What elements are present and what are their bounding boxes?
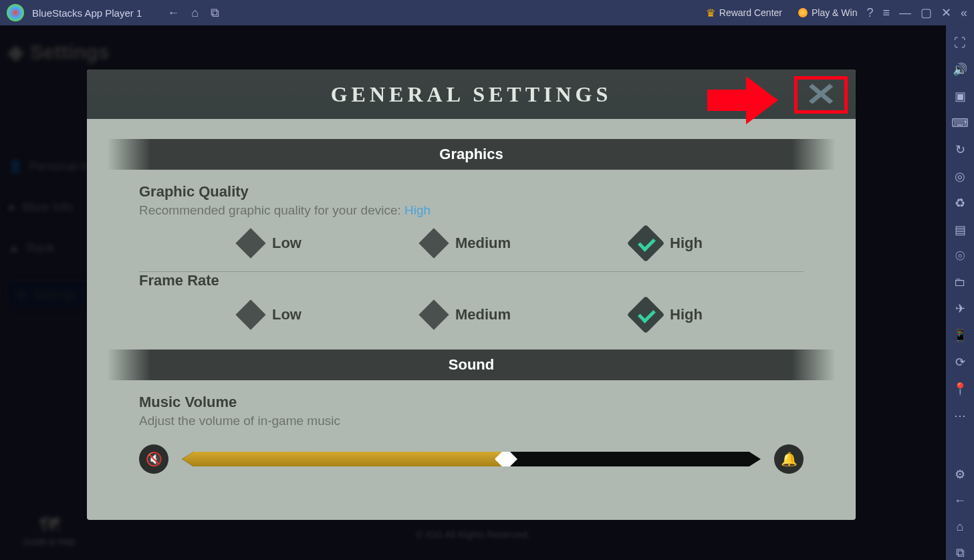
window-title: BlueStacks App Player 1	[32, 7, 142, 19]
radio-unchecked-icon	[235, 299, 265, 329]
frame-rate-label: Frame Rate	[139, 272, 836, 289]
airplane-icon[interactable]: ✈	[955, 301, 965, 316]
modal-title: GENERAL SETTINGS	[331, 82, 612, 107]
graphics-section-banner: Graphics	[107, 139, 836, 170]
radio-unchecked-icon	[418, 299, 449, 329]
location-icon[interactable]: 📍	[953, 382, 967, 396]
collapse-sidebar-icon[interactable]: «	[961, 6, 967, 20]
folder-icon[interactable]: 🗀	[954, 275, 966, 289]
main-viewport: ◆ Settings 👤Personal info ●More Info ▲Ra…	[0, 25, 946, 560]
screenshot-icon[interactable]: ⦾	[955, 249, 965, 263]
home-side-icon[interactable]: ⌂	[957, 520, 964, 534]
sound-section-banner: Sound	[107, 349, 836, 380]
recent-side-icon[interactable]: ⧉	[956, 546, 965, 560]
bg-copyright: © IGG All Rights Reserved.	[416, 529, 530, 540]
sync-icon[interactable]: ↻	[955, 142, 965, 157]
framerate-option-medium[interactable]: Medium	[423, 301, 511, 328]
recent-apps-icon[interactable]: ⧉	[211, 6, 219, 20]
music-volume-label: Music Volume	[139, 394, 836, 411]
music-volume-subtext: Adjust the volume of in-game music	[139, 414, 836, 428]
titlebar: BlueStacks App Player 1 ← ⌂ ⧉ ♛ Reward C…	[0, 0, 974, 25]
maximize-icon[interactable]: ▢	[921, 5, 932, 20]
hamburger-icon[interactable]: ≡	[882, 6, 890, 20]
radio-unchecked-icon	[235, 228, 265, 258]
keyboard-icon[interactable]: ⌨	[951, 116, 969, 130]
bg-page-title: ◆ Settings	[8, 40, 109, 63]
rotate-icon[interactable]: ⟳	[955, 355, 965, 370]
play-win-button[interactable]: Play & Win	[798, 7, 857, 18]
bluestacks-logo-icon	[7, 4, 24, 21]
apk-icon[interactable]: ▤	[955, 223, 966, 237]
home-icon[interactable]: ⌂	[191, 6, 199, 20]
radio-unchecked-icon	[418, 228, 449, 258]
quality-option-high[interactable]: High	[632, 230, 703, 257]
reward-center-button[interactable]: ♛ Reward Center	[706, 7, 789, 19]
close-modal-button[interactable]: ✕	[805, 79, 837, 111]
quality-option-medium[interactable]: Medium	[423, 230, 511, 257]
right-sidebar: ⛶ 🔊 ▣ ⌨ ↻ ◎ ♻ ▤ ⦾ 🗀 ✈ 📱 ⟳ 📍 ⋯ ⚙ ← ⌂ ⧉	[946, 25, 974, 560]
crown-icon: ♛	[706, 7, 715, 19]
volume-icon[interactable]: 🔊	[953, 62, 967, 77]
general-settings-modal: GENERAL SETTINGS ✕ Graphics Graphic Qual…	[87, 69, 856, 520]
quality-option-low[interactable]: Low	[240, 230, 301, 257]
radio-checked-icon	[627, 225, 665, 263]
eco-icon[interactable]: ♻	[955, 196, 965, 211]
modal-header: GENERAL SETTINGS ✕	[87, 69, 856, 119]
graphic-quality-subtext: Recommended graphic quality for your dev…	[139, 203, 836, 218]
help-icon[interactable]: ?	[866, 6, 873, 20]
back-side-icon[interactable]: ←	[954, 494, 966, 508]
settings-gear-icon[interactable]: ⚙	[955, 467, 965, 482]
more-icon[interactable]: ⋯	[954, 408, 966, 423]
playwin-icon	[798, 8, 808, 17]
bg-side-menu: 👤Personal info ●More Info ▲Rank ⚙Setting…	[8, 159, 100, 307]
play-side-icon[interactable]: ▣	[955, 89, 966, 104]
slider-thumb[interactable]	[495, 448, 517, 470]
annotation-arrow-icon	[707, 78, 781, 120]
minimize-icon[interactable]: —	[899, 6, 911, 20]
back-icon[interactable]: ←	[167, 6, 179, 20]
framerate-option-high[interactable]: High	[632, 301, 703, 328]
phone-icon[interactable]: 📱	[953, 328, 967, 343]
framerate-option-low[interactable]: Low	[240, 301, 301, 328]
graphic-quality-label: Graphic Quality	[139, 183, 836, 200]
bg-guide-help: 🗺 Guide & Help	[23, 514, 75, 547]
music-volume-slider[interactable]	[182, 452, 761, 466]
close-window-icon[interactable]: ✕	[941, 5, 951, 20]
radio-checked-icon	[627, 296, 665, 334]
fullscreen-icon[interactable]: ⛶	[954, 36, 966, 50]
mute-button[interactable]: 🔇	[139, 444, 168, 474]
annotation-highlight-box: ✕	[794, 76, 848, 114]
target-icon[interactable]: ◎	[955, 169, 965, 184]
max-volume-button[interactable]: 🔔	[774, 444, 804, 474]
